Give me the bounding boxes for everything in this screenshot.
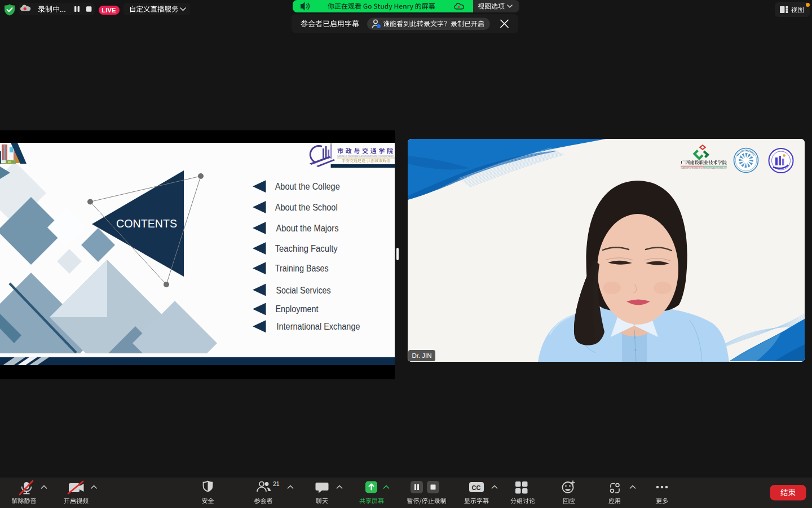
svg-text:GUANGXI POLYTECHNIC OF CONS: GUANGXI POLYTECHNIC OF CONSTRUCTION AND …	[681, 167, 727, 169]
svg-text:School of Municipal Constructi: School of Municipal Construction and Tra…	[337, 155, 394, 157]
svg-text:About the School: About the School	[275, 202, 338, 213]
svg-text:About the College: About the College	[275, 181, 340, 192]
svg-text:Social Services: Social Services	[276, 285, 331, 296]
svg-text:21: 21	[273, 480, 280, 487]
svg-text:CONTENTS: CONTENTS	[116, 217, 177, 230]
svg-text:About the Majors: About the Majors	[276, 223, 339, 234]
svg-text:International Exchange: International Exchange	[277, 321, 360, 332]
svg-text:CC: CC	[472, 484, 481, 491]
svg-text:Teaching Faculty: Teaching Faculty	[275, 243, 338, 254]
svg-text:Training Bases: Training Bases	[275, 263, 329, 274]
svg-text:Enployment: Enployment	[276, 304, 319, 314]
